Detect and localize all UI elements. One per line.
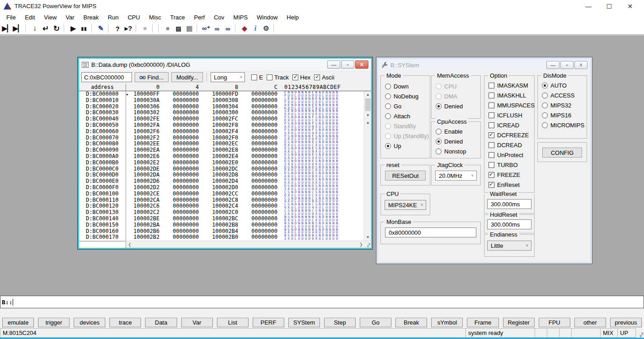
toolbar-icon[interactable] (273, 24, 277, 33)
dismode-radio[interactable]: MIPS32 (538, 100, 587, 110)
toolbar-icon[interactable] (108, 24, 111, 33)
option-checkbox[interactable]: DCFREEZE (484, 130, 534, 140)
menu-item[interactable]: Break (79, 13, 103, 22)
hscroll-track[interactable] (133, 241, 357, 248)
option-checkbox[interactable]: ICFLUSH (484, 110, 534, 120)
toolbar-icon[interactable]: ? (112, 23, 123, 33)
menu-item[interactable]: CPU (123, 13, 144, 22)
jtagclock-select[interactable]: 20.0MHz˅ (435, 171, 477, 181)
scroll-left-icon[interactable]: ❮ (126, 241, 133, 248)
softkey-button[interactable]: PERF (253, 318, 284, 327)
memaccess-radio[interactable]: DMA (432, 91, 480, 101)
format-select[interactable]: Long˅ (211, 72, 245, 82)
softkey-button[interactable]: FPU (539, 318, 570, 327)
cpu-select[interactable]: MIPS24KE˅ (385, 200, 426, 210)
softkey-button[interactable]: Break (395, 318, 427, 327)
toolbar-icon[interactable]: ∞ (212, 23, 222, 33)
menu-item[interactable]: Perf (189, 13, 209, 22)
scroll-down-icon[interactable]: ▼ (364, 234, 371, 241)
toolbar-icon[interactable]: ∞⁺ (201, 23, 212, 33)
cpuaccess-radio[interactable]: Nonstop (432, 146, 480, 156)
minimize-icon[interactable]: — (578, 0, 599, 12)
toolbar-icon[interactable]: ▶▏ (2, 23, 13, 33)
option-checkbox[interactable]: DCREAD (484, 140, 534, 150)
mode-radio[interactable]: StandBy (381, 121, 430, 131)
softkey-button[interactable]: sYmbol (431, 318, 463, 327)
dump-row[interactable]: D:BC000170 ▸100002B2 00000000 100002B0 0… (79, 234, 364, 241)
scroll-up-icon[interactable]: ▲ (364, 119, 371, 126)
option-checkbox[interactable]: FREEZE (484, 170, 534, 180)
menu-item[interactable]: Edit (20, 13, 39, 22)
dump-option-checkbox[interactable]: Hex (292, 74, 310, 81)
menu-item[interactable]: Help (282, 13, 303, 22)
toolbar-icon[interactable]: ▦ (184, 23, 195, 33)
toolbar-icon[interactable] (136, 24, 139, 33)
option-checkbox[interactable]: MMUSPACES (484, 100, 534, 110)
monbase-field[interactable]: 0x80000000 (385, 228, 476, 237)
dump-close-icon[interactable]: ✕ (355, 60, 368, 69)
toolbar-icon[interactable]: ↻ (51, 23, 62, 33)
menu-item[interactable]: Cov (209, 13, 229, 22)
dump-titlebar[interactable]: 010101 B::Data.dump (0xbc000000) /DIALOG… (79, 59, 371, 70)
menu-item[interactable]: Trace (166, 13, 190, 22)
menu-item[interactable]: Window (252, 13, 282, 22)
toolbar-icon[interactable]: ≡ (162, 23, 173, 33)
dismode-radio[interactable]: ACCESS (538, 90, 587, 100)
toolbar-icon[interactable] (25, 24, 28, 33)
toolbar-icon[interactable]: ↓ (29, 23, 40, 33)
option-checkbox[interactable]: TURBO (484, 160, 534, 170)
toolbar-icon[interactable] (235, 24, 238, 33)
modify-button[interactable]: Modify... (171, 72, 203, 82)
toolbar-icon[interactable]: ▤ (173, 23, 184, 33)
toolbar-icon[interactable]: ✎ (95, 23, 106, 33)
option-checkbox[interactable]: ICREAD (484, 120, 534, 130)
scroll-up-icon[interactable]: ▲ (364, 91, 371, 98)
toolbar-icon[interactable]: ▮▮ (79, 23, 89, 33)
softkey-button[interactable]: Var (181, 318, 213, 327)
dump-option-checkbox[interactable]: E (251, 74, 263, 81)
menu-item[interactable]: MIPS (229, 13, 252, 22)
softkey-button[interactable]: trace (109, 318, 141, 327)
endianess-select[interactable]: Little˅ (487, 241, 531, 251)
system-close-icon[interactable]: ☓ (574, 61, 588, 69)
softkey-button[interactable]: Data (145, 318, 177, 327)
toolbar-icon[interactable] (152, 24, 155, 33)
scroll-right-icon[interactable]: ❯ (357, 241, 365, 248)
holdreset-field[interactable]: 300.000ms (487, 219, 531, 229)
toolbar-icon[interactable] (158, 24, 161, 33)
softkey-button[interactable]: Go (360, 318, 391, 327)
softkey-button[interactable]: List (217, 318, 249, 327)
dump-minimize-icon[interactable]: — (327, 60, 340, 69)
toolbar-icon[interactable]: ▶ (68, 23, 79, 33)
resize-grip[interactable]: ▞ (636, 328, 644, 338)
toolbar-icon[interactable]: ↵ (40, 23, 51, 33)
softkey-button[interactable]: previous (610, 318, 642, 327)
system-minimize-icon[interactable]: — (546, 61, 559, 69)
menu-item[interactable]: Var (61, 13, 79, 22)
scrollbar-thumb[interactable] (365, 98, 371, 111)
dump-option-checkbox[interactable]: Track (267, 74, 289, 81)
resetout-button[interactable]: RESetOut (385, 171, 426, 181)
toolbar-icon[interactable]: ∞ (222, 23, 233, 33)
toolbar-icon[interactable] (91, 24, 94, 33)
memaccess-radio[interactable]: CPU (432, 81, 480, 91)
waitreset-field[interactable]: 300.000ms (487, 199, 531, 209)
mode-radio[interactable]: Up (StandBy) (381, 131, 430, 141)
option-checkbox[interactable]: IMASKHLL (484, 90, 534, 100)
toolbar-icon[interactable]: ⚙ (261, 23, 272, 33)
toolbar-icon[interactable]: ▸? (123, 23, 134, 33)
option-checkbox[interactable]: IMASKASM (484, 80, 534, 90)
softkey-button[interactable]: SYStem (288, 318, 320, 327)
menu-item[interactable]: Run (103, 13, 123, 22)
menu-item[interactable]: File (2, 13, 20, 22)
close-icon[interactable]: ✕ (620, 0, 640, 12)
maximize-icon[interactable]: ☐ (599, 0, 620, 12)
dump-option-checkbox[interactable]: Ascii (314, 74, 334, 81)
softkey-button[interactable]: emulate (2, 318, 34, 327)
softkey-button[interactable]: other (574, 318, 606, 327)
softkey-button[interactable]: Step (324, 318, 356, 327)
toolbar-icon[interactable]: ◆ (239, 23, 250, 33)
system-restore-icon[interactable]: ▫ (560, 61, 573, 69)
dismode-radio[interactable]: AUTO (538, 80, 587, 90)
softkey-button[interactable]: devices (74, 318, 105, 327)
